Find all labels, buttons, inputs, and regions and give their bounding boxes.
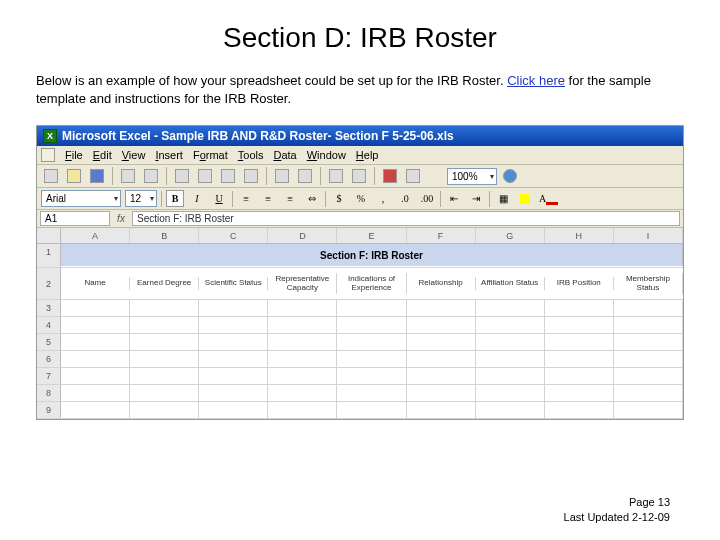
drawing-button[interactable] (403, 167, 423, 185)
save-button[interactable] (87, 167, 107, 185)
percent-button[interactable]: % (352, 190, 370, 207)
worksheet: A B C D E F G H I 1 Section F: IRB Roste… (37, 228, 683, 419)
last-updated: Last Updated 2-12-09 (564, 510, 670, 524)
menu-help[interactable]: Help (356, 149, 379, 161)
print-button[interactable] (118, 167, 138, 185)
document-icon (41, 148, 55, 162)
italic-button[interactable]: I (188, 190, 206, 207)
intro-text-prefix: Below is an example of how your spreadsh… (36, 73, 507, 88)
col-header[interactable]: F (407, 228, 476, 243)
merge-center-button[interactable]: ⇔ (303, 190, 321, 207)
font-color-button[interactable]: A (538, 190, 559, 207)
col-header[interactable]: G (476, 228, 545, 243)
click-here-link[interactable]: Click here (507, 73, 565, 88)
increase-decimal-button[interactable]: .0 (396, 190, 414, 207)
redo-button[interactable] (295, 167, 315, 185)
row-header[interactable]: 3 (37, 300, 61, 316)
formula-bar-row: A1 fx Section F: IRB Roster (37, 210, 683, 228)
col-header[interactable]: D (268, 228, 337, 243)
font-name-dropdown[interactable]: Arial (41, 190, 121, 207)
increase-indent-button[interactable]: ⇥ (467, 190, 485, 207)
menu-edit[interactable]: Edit (93, 149, 112, 161)
section-header-cell[interactable]: Section F: IRB Roster (61, 244, 683, 266)
menu-tools[interactable]: Tools (238, 149, 264, 161)
header-cell[interactable]: IRB Position (545, 277, 614, 290)
help-button[interactable] (500, 167, 520, 185)
name-box[interactable]: A1 (40, 211, 110, 226)
table-row: 7 (37, 368, 683, 385)
new-button[interactable] (41, 167, 61, 185)
decrease-decimal-button[interactable]: .00 (418, 190, 436, 207)
window-title: Microsoft Excel - Sample IRB AND R&D Ros… (62, 129, 454, 143)
zoom-dropdown[interactable]: 100% (447, 168, 497, 185)
col-header[interactable]: A (61, 228, 130, 243)
menu-data[interactable]: Data (273, 149, 296, 161)
menu-bar: File Edit View Insert Format Tools Data … (37, 146, 683, 165)
align-center-button[interactable]: ≡ (259, 190, 277, 207)
page-number: Page 13 (564, 495, 670, 509)
table-row: 5 (37, 334, 683, 351)
row-header[interactable]: 4 (37, 317, 61, 333)
excel-app-icon: X (43, 129, 57, 143)
comma-button[interactable]: , (374, 190, 392, 207)
open-button[interactable] (64, 167, 84, 185)
col-header[interactable]: H (545, 228, 614, 243)
cut-button[interactable] (195, 167, 215, 185)
row-header[interactable]: 8 (37, 385, 61, 401)
table-row: 9 (37, 402, 683, 419)
row-header[interactable]: 1 (37, 244, 61, 267)
sort-asc-button[interactable] (326, 167, 346, 185)
header-cell[interactable]: Relationship (407, 277, 476, 290)
underline-button[interactable]: U (210, 190, 228, 207)
page-title: Section D: IRB Roster (0, 22, 720, 54)
header-cell[interactable]: Scientific Status (199, 277, 268, 290)
header-cell[interactable]: Earned Degree (130, 277, 199, 290)
menu-window[interactable]: Window (307, 149, 346, 161)
col-header[interactable]: B (130, 228, 199, 243)
fx-icon[interactable]: fx (113, 210, 129, 227)
spelling-button[interactable] (172, 167, 192, 185)
window-titlebar: X Microsoft Excel - Sample IRB AND R&D R… (37, 126, 683, 146)
bold-button[interactable]: B (166, 190, 184, 207)
decrease-indent-button[interactable]: ⇤ (445, 190, 463, 207)
menu-file[interactable]: File (65, 149, 83, 161)
table-row: 4 (37, 317, 683, 334)
menu-view[interactable]: View (122, 149, 146, 161)
column-headers: A B C D E F G H I (37, 228, 683, 244)
menu-insert[interactable]: Insert (155, 149, 183, 161)
paste-button[interactable] (241, 167, 261, 185)
sort-desc-button[interactable] (349, 167, 369, 185)
header-cell[interactable]: Representative Capacity (268, 273, 337, 295)
table-row: 1 Section F: IRB Roster (37, 244, 683, 268)
row-header[interactable]: 2 (37, 268, 61, 299)
borders-button[interactable]: ▦ (494, 190, 512, 207)
col-header[interactable]: C (199, 228, 268, 243)
table-row: 3 (37, 300, 683, 317)
excel-screenshot: X Microsoft Excel - Sample IRB AND R&D R… (36, 125, 684, 420)
header-cell[interactable]: Indications of Experience (337, 273, 406, 295)
row-header[interactable]: 9 (37, 402, 61, 418)
header-cell[interactable]: Affiliation Status (476, 277, 545, 290)
formula-bar[interactable]: Section F: IRB Roster (132, 211, 680, 226)
intro-paragraph: Below is an example of how your spreadsh… (0, 72, 720, 107)
copy-button[interactable] (218, 167, 238, 185)
row-header[interactable]: 5 (37, 334, 61, 350)
currency-button[interactable]: $ (330, 190, 348, 207)
chart-button[interactable] (380, 167, 400, 185)
formatting-toolbar: Arial 12 B I U ≡ ≡ ≡ ⇔ $ % , .0 .00 ⇤ ⇥ … (37, 188, 683, 210)
col-header[interactable]: E (337, 228, 406, 243)
align-right-button[interactable]: ≡ (281, 190, 299, 207)
fill-color-button[interactable] (516, 190, 534, 207)
row-header[interactable]: 7 (37, 368, 61, 384)
undo-button[interactable] (272, 167, 292, 185)
header-cell[interactable]: Name (61, 277, 130, 290)
align-left-button[interactable]: ≡ (237, 190, 255, 207)
menu-format[interactable]: Format (193, 149, 228, 161)
font-size-dropdown[interactable]: 12 (125, 190, 157, 207)
header-cell[interactable]: Membership Status (614, 273, 683, 295)
print-preview-button[interactable] (141, 167, 161, 185)
slide-footer: Page 13 Last Updated 2-12-09 (564, 495, 670, 524)
row-header[interactable]: 6 (37, 351, 61, 367)
col-header[interactable]: I (614, 228, 683, 243)
select-all-corner[interactable] (37, 228, 61, 243)
